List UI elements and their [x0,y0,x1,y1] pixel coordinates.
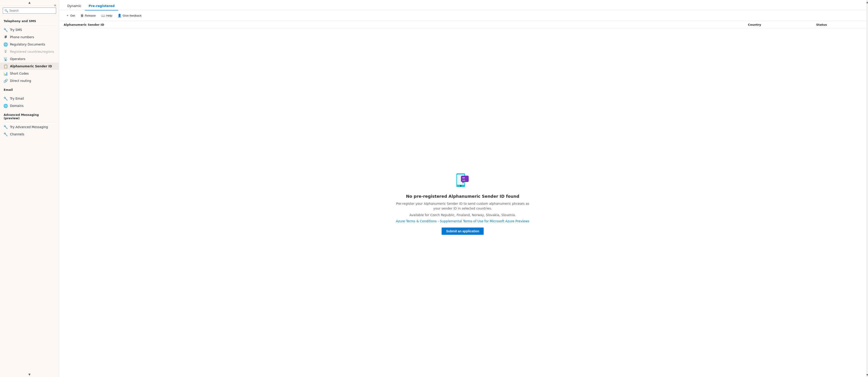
get-icon: ＋ [66,13,69,18]
divider-advanced-messaging [4,122,55,122]
divider-telephony [4,25,55,25]
sidebar-item-regulatory-documents[interactable]: 🌐 Regulatory Documents [0,41,59,48]
sidebar: ▲ 🔍 « Telephony and SMS 🔧 Try SMS # Phon… [0,0,59,377]
empty-state: ABC 123 No pre-registered Alphanumeric S… [59,29,866,377]
sidebar-item-label: Short Codes [10,72,29,75]
short-codes-icon: 📊 [4,71,8,76]
submit-application-button[interactable]: Submit an application [442,228,484,235]
sidebar-item-label: Try Advanced Messaging [10,125,48,129]
release-button[interactable]: 🗑 Release [78,12,98,19]
registered-countries-icon: 🎙 [4,50,8,54]
scroll-down-arrow[interactable]: ▼ [0,372,59,377]
section-title-telephony: Telephony and SMS [0,16,59,24]
divider-email [4,94,55,94]
sidebar-item-label: Alphanumeric Sender ID [10,64,52,68]
sidebar-item-try-advanced-messaging[interactable]: 🔧 Try Advanced Messaging [0,123,59,130]
sidebar-item-label: Phone numbers [10,35,34,39]
sidebar-item-channels[interactable]: 🔧 Channels [0,130,59,138]
sidebar-item-label: Registered countries/regions [10,50,54,54]
release-label: Release [85,14,96,17]
sidebar-item-try-sms[interactable]: 🔧 Try SMS [0,26,59,33]
table-header: Alphanumeric Sender ID Country Status [59,21,866,29]
help-button[interactable]: 📖 Help [99,12,115,19]
scrollbar-up-arrow[interactable]: ▲ [866,1,868,3]
section-title-advanced-messaging: Advanced Messaging (preview) [0,110,59,121]
help-label: Help [106,14,112,17]
sidebar-item-try-email[interactable]: 🔧 Try Email [0,95,59,102]
search-input[interactable] [3,7,56,13]
sidebar-item-domains[interactable]: 🌐 Domains [0,102,59,110]
regulatory-icon: 🌐 [4,42,8,47]
sidebar-item-label: Domains [10,104,24,108]
channels-icon: 🔧 [4,132,8,136]
sidebar-item-label: Channels [10,133,24,136]
feedback-label: Give feedback [123,14,142,17]
section-title-email: Email [0,84,59,93]
try-sms-icon: 🔧 [4,28,8,32]
svg-text:123: 123 [462,179,465,181]
main-content: Dynamic Pre-registered ＋ Get 🗑 Release 📖… [59,0,866,377]
help-icon: 📖 [101,13,105,17]
tabs-bar: Dynamic Pre-registered [59,0,866,10]
sidebar-item-label: Try Email [10,97,24,100]
alphanumeric-icon: 📋 [4,64,8,68]
sidebar-item-phone-numbers[interactable]: # Phone numbers [0,33,59,41]
sidebar-item-label: Regulatory Documents [10,42,45,46]
feedback-icon: 👤 [118,13,121,17]
sidebar-item-alphanumeric-sender-id[interactable]: 📋 Alphanumeric Sender ID [0,63,59,70]
column-alphanumeric-sender-id: Alphanumeric Sender ID [64,23,748,26]
right-scrollbar: ▲ ▼ [866,0,868,377]
empty-state-description: Pre-register your Alphanumeric Sender ID… [395,201,531,211]
operators-icon: 📡 [4,57,8,61]
tab-dynamic[interactable]: Dynamic [64,2,85,10]
search-icon: 🔍 [4,9,8,12]
phone-numbers-icon: # [4,35,8,39]
empty-state-availability: Available for Czech Republic, Finaland, … [409,213,516,218]
get-button[interactable]: ＋ Get [64,12,77,19]
empty-state-title: No pre-registered Alphanumeric Sender ID… [406,194,519,199]
tab-pre-registered[interactable]: Pre-registered [85,2,119,10]
link-separator: - [438,219,440,223]
sidebar-item-label: Direct routing [10,79,31,83]
try-email-icon: 🔧 [4,96,8,100]
sidebar-item-operators[interactable]: 📡 Operators [0,55,59,63]
sidebar-item-registered-countries: 🎙 Registered countries/regions [0,48,59,55]
svg-text:ABC: ABC [462,177,465,179]
try-advanced-messaging-icon: 🔧 [4,125,8,129]
sidebar-item-short-codes[interactable]: 📊 Short Codes [0,70,59,77]
feedback-button[interactable]: 👤 Give feedback [115,12,144,19]
sidebar-item-label: Try SMS [10,28,22,32]
direct-routing-icon: 🔗 [4,79,8,83]
sidebar-nav: Telephony and SMS 🔧 Try SMS # Phone numb… [0,16,59,372]
scrollbar-down-arrow[interactable]: ▼ [866,374,868,376]
domains-icon: 🌐 [4,104,8,108]
release-icon: 🗑 [81,13,84,17]
toolbar: ＋ Get 🗑 Release 📖 Help 👤 Give feedback [59,10,866,21]
azure-terms-link[interactable]: Azure Terms & Conditions [396,219,437,223]
supplemental-terms-link[interactable]: Supplemental Terms of Use for Microsoft … [440,219,529,223]
scroll-up-arrow[interactable]: ▲ [0,0,59,5]
sidebar-search-container: 🔍 [0,5,59,16]
collapse-sidebar-button[interactable]: « [53,2,57,8]
get-label: Get [70,14,75,17]
empty-state-icon: ABC 123 [454,171,472,189]
column-country: Country [748,23,816,26]
sidebar-item-label: Operators [10,57,25,61]
column-status: Status [816,23,862,26]
empty-state-links: Azure Terms & Conditions - Supplemental … [396,219,529,223]
sidebar-item-direct-routing[interactable]: 🔗 Direct routing [0,77,59,84]
svg-point-2 [460,185,461,186]
